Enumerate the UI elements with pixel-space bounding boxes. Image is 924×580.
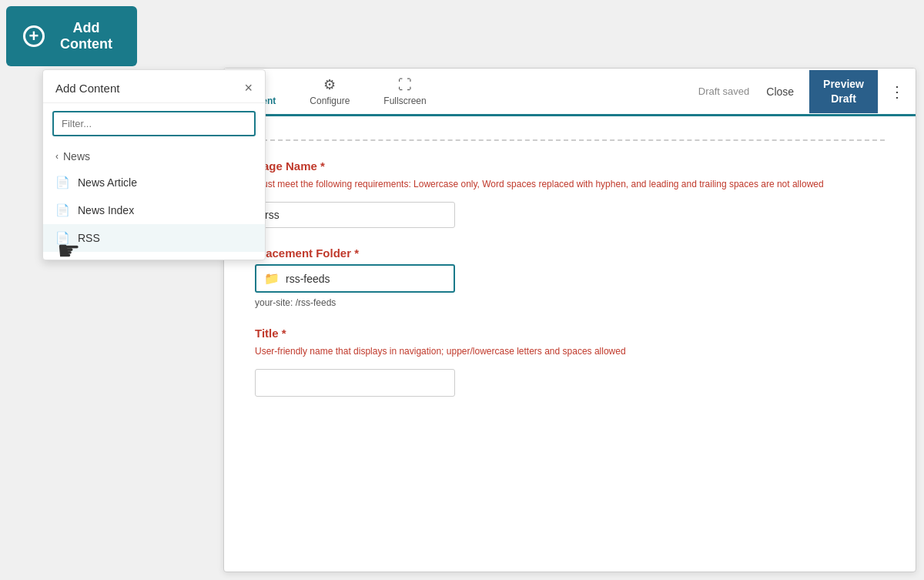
draft-saved-status: Draft saved — [698, 85, 749, 97]
dropdown-header: Add Content × — [43, 70, 265, 103]
back-label: News — [63, 150, 90, 163]
dropdown-title: Add Content — [55, 82, 119, 95]
placement-folder-label: Placement Folder * — [255, 246, 885, 260]
filter-input[interactable] — [52, 111, 256, 136]
placement-folder-path: your-site: /rss-feeds — [255, 297, 885, 308]
preview-label-line2: Draft — [831, 92, 856, 105]
tab-fullscreen-label: Fullscreen — [383, 96, 426, 106]
menu-item-label: News Article — [78, 176, 137, 189]
menu-item-news-article[interactable]: 📄 News Article — [43, 169, 265, 196]
menu-item-rss[interactable]: 📄 RSS ☛ — [43, 224, 265, 252]
menu-item-news-index[interactable]: 📄 News Index — [43, 196, 265, 224]
editor-panel: ≡ Content ⚙ Configure ⛶ Fullscreen Draft… — [223, 68, 916, 572]
editor-content-area: Page Name * Must meet the following requ… — [224, 116, 916, 572]
menu-item-label: RSS — [78, 232, 100, 244]
plus-icon: + — [23, 25, 45, 47]
preview-label-line1: Preview — [823, 78, 864, 90]
document-icon: 📄 — [55, 176, 70, 189]
menu-item-label: News Index — [78, 204, 134, 216]
add-content-button-label: Add Content — [52, 20, 120, 52]
tab-configure[interactable]: ⚙ Configure — [293, 69, 367, 116]
title-hint: User-friendly name that displays in navi… — [255, 344, 885, 358]
placement-folder-value: rss-feeds — [286, 273, 330, 285]
fullscreen-tab-icon: ⛶ — [398, 77, 412, 93]
tab-fullscreen[interactable]: ⛶ Fullscreen — [367, 69, 443, 116]
title-input[interactable] — [255, 369, 455, 397]
add-content-button[interactable]: + Add Content — [6, 6, 137, 66]
editor-toolbar: ≡ Content ⚙ Configure ⛶ Fullscreen Draft… — [224, 69, 916, 116]
preview-draft-button[interactable]: Preview Draft — [809, 70, 878, 113]
back-navigation[interactable]: ‹ News — [43, 144, 265, 169]
page-name-input[interactable] — [255, 202, 455, 228]
back-chevron-icon: ‹ — [55, 151, 59, 162]
dropdown-close-button[interactable]: × — [244, 81, 253, 95]
title-label: Title * — [255, 327, 885, 340]
tab-configure-label: Configure — [310, 96, 350, 106]
placement-folder-input-wrap[interactable]: 📁 rss-feeds — [255, 264, 455, 293]
page-name-hint: Must meet the following requirements: Lo… — [255, 177, 885, 191]
page-name-label: Page Name * — [255, 159, 885, 173]
configure-tab-icon: ⚙ — [323, 76, 336, 93]
document-icon: 📄 — [55, 231, 70, 245]
add-content-dropdown: Add Content × ‹ News 📄 News Article 📄 Ne… — [42, 69, 266, 260]
close-editor-button[interactable]: Close — [758, 81, 802, 102]
section-divider — [255, 139, 885, 141]
more-options-button[interactable]: ⋮ — [878, 70, 916, 113]
folder-icon: 📁 — [264, 271, 280, 286]
document-icon: 📄 — [55, 203, 70, 217]
